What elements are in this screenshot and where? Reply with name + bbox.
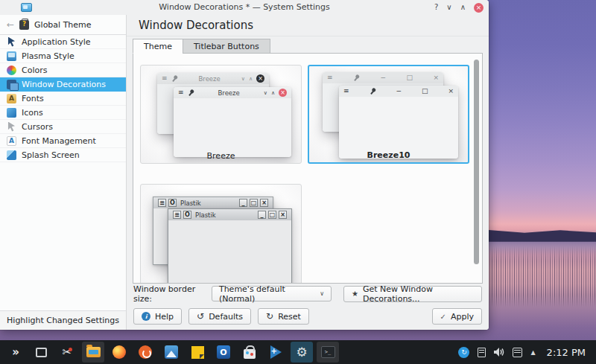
dialog-button-row: i Help ↺ Defaults ↻ Reset ✓ Apply	[127, 303, 489, 330]
global-theme-icon	[19, 20, 29, 30]
sidebar-item-label: Cursors	[22, 122, 53, 132]
clipboard-icon[interactable]	[478, 348, 486, 357]
sidebar-item-splash-screen[interactable]: Splash Screen	[0, 148, 126, 162]
help-titlebar-icon[interactable]: ?	[434, 4, 438, 11]
sidebar-item-label: Global Theme	[34, 20, 92, 30]
system-settings-icon[interactable]: ⚙	[291, 342, 313, 363]
defaults-label: Defaults	[209, 312, 243, 322]
minimize-icon: ∨	[264, 90, 267, 96]
help-label: Help	[155, 312, 174, 322]
close-icon: ×	[279, 211, 287, 219]
fonts-icon	[7, 94, 16, 103]
plasma-style-icon	[7, 51, 16, 61]
cut-tool-icon[interactable]: ✂	[56, 342, 78, 363]
pin-icon: O	[183, 211, 191, 219]
plastik-preview: ≡ O Plastik _ □ ×	[141, 185, 301, 284]
close-icon: ×	[256, 74, 264, 83]
sidebar-item-window-decorations[interactable]: Window Decorations	[0, 77, 126, 92]
virtual-desktop-pager-icon[interactable]	[30, 342, 52, 363]
reset-button[interactable]: ↻ Reset	[258, 308, 309, 325]
minimize-icon[interactable]: ∨	[446, 4, 451, 11]
update-notifier-icon[interactable]: ↻	[458, 347, 469, 358]
system-settings-window: Window Decorations * — System Settings ?…	[0, 0, 489, 330]
close-icon[interactable]: ×	[474, 3, 484, 13]
maximize-icon: ∧	[249, 76, 253, 82]
notes-app-icon[interactable]	[186, 342, 209, 363]
menu-icon: ≡	[327, 74, 333, 81]
icons-icon	[7, 108, 16, 118]
sidebar-item-plasma-style[interactable]: Plasma Style	[0, 49, 126, 63]
theme-list-scrollbar[interactable]	[474, 58, 479, 278]
info-icon: i	[142, 312, 150, 321]
tab-titlebar-buttons[interactable]: Titlebar Buttons	[183, 39, 270, 54]
chevron-down-icon: ∨	[320, 290, 324, 297]
discover-store-icon[interactable]	[238, 342, 261, 363]
app-launcher-icon[interactable]: »	[4, 342, 26, 363]
breeze-preview: ≡ Breeze ∨ ∧ ×	[141, 66, 301, 163]
tab-bar: Theme Titlebar Buttons	[133, 39, 270, 54]
image-viewer-icon[interactable]	[160, 342, 183, 363]
expand-caret-icon[interactable]: ▲	[530, 349, 535, 356]
window-decorations-icon	[7, 80, 16, 89]
mail-app-icon[interactable]: O	[212, 342, 235, 363]
notifications-panel-icon[interactable]	[513, 348, 522, 357]
theme-card-breeze[interactable]: ≡ Breeze ∨ ∧ ×	[140, 65, 302, 164]
taskbar-clock[interactable]: 2:12 PM	[547, 347, 586, 358]
maximize-icon: □	[422, 88, 428, 95]
back-arrow-icon[interactable]: ←	[7, 19, 14, 30]
minimize-icon: _	[258, 211, 266, 219]
sidebar-item-fonts[interactable]: Fonts	[0, 92, 126, 106]
cursors-icon	[7, 122, 16, 132]
border-size-value: Theme's default (Normal)	[219, 284, 308, 304]
menu-icon: ≡	[178, 89, 184, 96]
main-content: Window Decorations Theme Titlebar Button…	[127, 15, 489, 330]
font-management-icon	[7, 136, 16, 146]
desktop: Window Decorations * — System Settings ?…	[0, 0, 596, 364]
get-new-window-decorations-button[interactable]: ★ Get New Window Decorations...	[343, 286, 482, 302]
colors-icon	[7, 66, 16, 75]
maximize-icon[interactable]: ∧	[460, 4, 466, 11]
close-icon: ×	[433, 74, 439, 81]
theme-label-breeze10: Breeze10	[309, 150, 468, 160]
defaults-button[interactable]: ↺ Defaults	[188, 308, 251, 325]
sidebar-item-cursors[interactable]: Cursors	[0, 120, 126, 134]
border-size-dropdown[interactable]: Theme's default (Normal) ∨	[212, 286, 332, 301]
star-icon: ★	[352, 290, 358, 298]
sidebar-item-label: Fonts	[22, 94, 44, 103]
close-icon: ×	[279, 89, 287, 97]
sidebar-item-font-management[interactable]: Font Management	[0, 134, 126, 148]
sidebar-item-label: Window Decorations	[22, 80, 106, 89]
kde-connect-icon[interactable]	[264, 342, 287, 363]
apply-label: Apply	[451, 312, 474, 322]
theme-card-breeze10[interactable]: ≡ − □ ×	[308, 65, 469, 164]
sidebar-item-colors[interactable]: Colors	[0, 63, 126, 77]
mini-window-title: Plastik	[180, 199, 237, 207]
sidebar-item-application-style[interactable]: Application Style	[0, 35, 126, 49]
menu-icon: ≡	[162, 75, 168, 82]
sidebar-item-icons[interactable]: Icons	[0, 106, 126, 120]
theme-label-breeze: Breeze	[141, 151, 301, 161]
sidebar-item-label: Plasma Style	[22, 51, 74, 61]
breeze10-preview: ≡ − □ ×	[309, 66, 468, 162]
terminal-icon[interactable]: >_	[317, 342, 339, 363]
pin-icon	[368, 86, 378, 96]
theme-card-plastik[interactable]: ≡ O Plastik _ □ ×	[140, 184, 302, 284]
apply-button[interactable]: ✓ Apply	[432, 308, 482, 325]
media-app-icon[interactable]	[134, 342, 156, 363]
volume-icon[interactable]	[494, 348, 504, 357]
help-button[interactable]: i Help	[133, 308, 182, 325]
highlight-changed-settings-button[interactable]: Highlight Changed Settings	[0, 310, 126, 330]
file-manager-icon[interactable]	[82, 342, 104, 363]
maximize-icon: □	[406, 74, 413, 81]
scrollbar-thumb[interactable]	[474, 60, 479, 264]
sidebar-item-global-theme[interactable]: ← Global Theme	[0, 15, 126, 35]
tab-theme[interactable]: Theme	[133, 39, 183, 54]
checkmark-icon: ✓	[440, 313, 446, 321]
close-icon: ×	[260, 199, 268, 207]
border-size-row: Window border size: Theme's default (Nor…	[127, 284, 489, 304]
minimize-icon: ∨	[241, 76, 245, 82]
page-title: Window Decorations	[139, 19, 253, 32]
sidebar-item-label: Colors	[22, 66, 47, 75]
plastik-active-mini-window: ≡ O Plastik _ □ ×	[168, 208, 292, 284]
firefox-icon[interactable]	[108, 342, 130, 363]
